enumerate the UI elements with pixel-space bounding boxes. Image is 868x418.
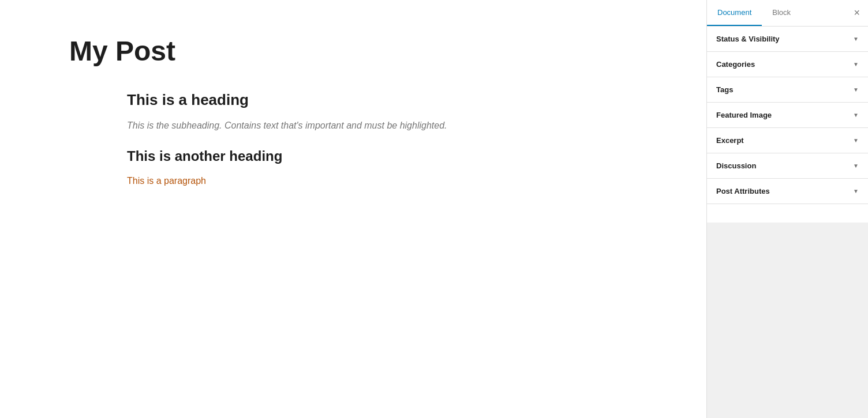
tab-document[interactable]: Document bbox=[707, 0, 762, 26]
chevron-down-icon: ▼ bbox=[853, 112, 859, 118]
panel-tags-label: Tags bbox=[716, 85, 733, 94]
post-subheading: This is the subheading. Contains text th… bbox=[127, 120, 637, 131]
panel-excerpt-label: Excerpt bbox=[716, 136, 744, 145]
chevron-down-icon: ▼ bbox=[853, 36, 859, 42]
close-button[interactable]: × bbox=[845, 0, 868, 26]
chevron-down-icon: ▼ bbox=[853, 137, 859, 144]
chevron-down-icon: ▼ bbox=[853, 163, 859, 169]
post-title: My Post bbox=[69, 35, 637, 68]
panel-status-visibility-label: Status & Visibility bbox=[716, 35, 780, 43]
panel-excerpt-header[interactable]: Excerpt ▼ bbox=[707, 128, 868, 153]
chevron-down-icon: ▼ bbox=[853, 61, 859, 67]
panel-categories-label: Categories bbox=[716, 60, 755, 69]
panel-tags-header[interactable]: Tags ▼ bbox=[707, 77, 868, 102]
panel-featured-image-label: Featured Image bbox=[716, 111, 772, 119]
panel-categories-header[interactable]: Categories ▼ bbox=[707, 52, 868, 77]
panel-tags: Tags ▼ bbox=[707, 77, 868, 103]
panel-post-attributes-header[interactable]: Post Attributes ▼ bbox=[707, 179, 868, 204]
sidebar-header: Document Block × bbox=[707, 0, 868, 27]
panel-discussion: Discussion ▼ bbox=[707, 153, 868, 179]
main-content: My Post This is a heading This is the su… bbox=[0, 0, 706, 418]
panel-featured-image-header[interactable]: Featured Image ▼ bbox=[707, 103, 868, 127]
panel-discussion-header[interactable]: Discussion ▼ bbox=[707, 153, 868, 178]
panel-post-attributes-label: Post Attributes bbox=[716, 187, 770, 195]
tab-block[interactable]: Block bbox=[762, 0, 801, 26]
post-heading-1: This is a heading bbox=[127, 91, 637, 109]
sidebar: Document Block × Status & Visibility ▼ C… bbox=[706, 0, 868, 418]
chevron-down-icon: ▼ bbox=[853, 188, 859, 194]
chevron-down-icon: ▼ bbox=[853, 86, 859, 93]
panel-status-visibility-header[interactable]: Status & Visibility ▼ bbox=[707, 27, 868, 51]
panel-status-visibility: Status & Visibility ▼ bbox=[707, 27, 868, 52]
panel-discussion-label: Discussion bbox=[716, 161, 756, 170]
panel-excerpt: Excerpt ▼ bbox=[707, 128, 868, 153]
panel-featured-image: Featured Image ▼ bbox=[707, 103, 868, 128]
sidebar-panels: Status & Visibility ▼ Categories ▼ Tags … bbox=[707, 27, 868, 223]
post-paragraph: This is a paragraph bbox=[127, 176, 637, 186]
post-heading-2: This is another heading bbox=[127, 148, 637, 164]
sidebar-empty-area bbox=[707, 223, 868, 419]
panel-post-attributes: Post Attributes ▼ bbox=[707, 179, 868, 204]
panel-categories: Categories ▼ bbox=[707, 52, 868, 77]
